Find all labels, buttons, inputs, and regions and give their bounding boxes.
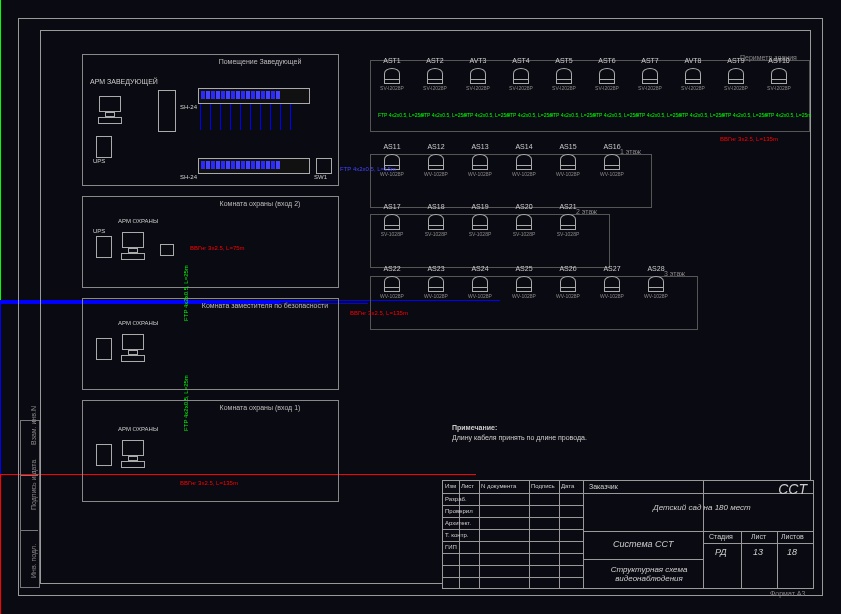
ftp-lbl-AST1: FTP 4x2x0.5, L=25m: [378, 112, 424, 118]
ftp-lbl-AST7: FTP 4x2x0.5, L=25m: [636, 112, 682, 118]
camera-AST2: AST2SV-I2028P: [421, 74, 449, 104]
camera-AS15: AS15WV-1028P: [554, 160, 582, 190]
camera-AS28: AS28WV-1028P: [642, 282, 670, 312]
pc-guard-1: [118, 440, 148, 474]
green-trunk-label2: FTP 4x2x0.5, L=25m: [183, 375, 189, 431]
camera-AS21: AS21SV-1028P: [554, 220, 582, 250]
arm-manager-label: АРМ ЗАВЕДУЮЩЕЙ: [90, 78, 158, 85]
notes-body: Длину кабеля принять по длине провода.: [452, 434, 587, 441]
tb-company: CCT: [778, 481, 807, 497]
format-label: Формат A3: [770, 590, 805, 597]
ups-manager: [96, 136, 112, 158]
camera-AST1: AST1SV-I2028P: [378, 74, 406, 104]
tb-hdr-0: Изм: [445, 483, 456, 489]
pc-guard-2: [118, 232, 148, 266]
camera-AS19: AS19SV-1028P: [466, 220, 494, 250]
camera-AS24: AS24WV-1028P: [466, 282, 494, 312]
ups-g1: [96, 444, 112, 466]
ups-g2-label: UPS: [93, 228, 105, 234]
nvr-1: [198, 88, 310, 104]
tb-page: 13: [753, 547, 763, 557]
tb-pages: 18: [787, 547, 797, 557]
tb-row-0: Разраб.: [445, 496, 467, 502]
pc-deputy: [118, 334, 148, 368]
tb-row-2: Архитект.: [445, 520, 471, 526]
camera-AS20: AS20SV-1028P: [510, 220, 538, 250]
camera-AS18: AS18SV-1028P: [422, 220, 450, 250]
blue-fanout: [200, 104, 310, 130]
sh-label-2: SH-24: [180, 174, 197, 180]
ftp-lbl-AST6: FTP 4x2x0.5, L=25m: [593, 112, 639, 118]
notes-title: Примечание:: [452, 424, 497, 431]
camera-AST5: AST5SV-I2028P: [550, 74, 578, 104]
tb-row-1: Проверил: [445, 508, 473, 514]
camera-AST10: AST10SV-I2028P: [765, 74, 793, 104]
ftp-lbl-AST9: FTP 4x2x0.5, L=25m: [722, 112, 768, 118]
tb-rd: РД: [715, 547, 727, 557]
tb-row-3: Т. контр.: [445, 532, 468, 538]
tb-list: Лист: [751, 533, 766, 540]
tb-system: Система CCT: [613, 539, 674, 549]
tb-hdr-4: Дата: [561, 483, 574, 489]
tb-hdr-1: Лист: [461, 483, 474, 489]
nvr-2: [198, 158, 310, 174]
ftp-lbl-AVT8: FTP 4x2x0.5, L=25m: [679, 112, 725, 118]
ups-dep: [96, 338, 112, 360]
tb-hdr-3: Подпись: [531, 483, 555, 489]
red-bus-lbl: ВВГнг 3x2.5, L=135m: [720, 136, 778, 142]
sh-label-1: SH-24: [180, 104, 197, 110]
tb-row-4: ГИП: [445, 544, 457, 550]
camera-AS12: AS12WV-1028P: [422, 160, 450, 190]
camera-AST7: AST7SV-I2028P: [636, 74, 664, 104]
pc-manager: [95, 96, 125, 130]
green-trunk-label1: FTP 4x2x0.5, L=25m: [183, 265, 189, 321]
title-block: Изм Лист N документа Подпись Дата Разраб…: [442, 480, 814, 589]
ups-g2: [96, 236, 112, 258]
camera-AS17: AS17SV-1028P: [378, 220, 406, 250]
ftp-lbl-AST4: FTP 4x2x0.5, L=25m: [507, 112, 553, 118]
tb-struct: Структурная схема видеонаблюдения: [599, 565, 699, 583]
tb-hdr-2: N документа: [481, 483, 516, 489]
camera-AS26: AS26WV-1028P: [554, 282, 582, 312]
camera-AST6: AST6SV-I2028P: [593, 74, 621, 104]
switch-g2: [160, 244, 174, 256]
tb-listov: Листов: [781, 533, 804, 540]
camera-AS11: AS11WV-1028P: [378, 160, 406, 190]
ftp-lbl-AST10: FTP 4x2x0.5, L=25m: [765, 112, 811, 118]
camera-AS23: AS23WV-1028P: [422, 282, 450, 312]
sw1-label: SW1: [314, 174, 327, 180]
ups-manager-label: UPS: [93, 158, 105, 164]
camera-AS13: AS13WV-1028P: [466, 160, 494, 190]
tb-project: Детский сад на 180 мест: [653, 503, 751, 512]
camera-AST4: AST4SV-I2028P: [507, 74, 535, 104]
arm-g1-label: АРМ ОХРАНЫ: [118, 426, 158, 432]
server-rack: [158, 90, 176, 132]
camera-AVT3: AVT3SV-I2028P: [464, 74, 492, 104]
ftp-lbl-AST5: FTP 4x2x0.5, L=25m: [550, 112, 596, 118]
camera-AST9: AST9SV-I2028P: [722, 74, 750, 104]
ftp-lbl-AST2: FTP 4x2x0.5, L=25m: [421, 112, 467, 118]
room-manager-title: Помещение Заведующей: [200, 58, 320, 65]
camera-AS27: AS27WV-1028P: [598, 282, 626, 312]
arm-g2-label: АРМ ОХРАНЫ: [118, 218, 158, 224]
tb-zakazchik: Заказчик: [589, 483, 618, 490]
camera-AVT8: AVT8SV-I2028P: [679, 74, 707, 104]
room-deputy-title: Комната заместителя по безопасности: [200, 302, 330, 309]
blue-trunk-lbl: FTP 4x2x0.5, L=15m: [340, 166, 396, 172]
red-bus-lbl2: ВВГнг 3x2.5, L=135m: [350, 310, 408, 316]
ftp-lbl-AVT3: FTP 4x2x0.5, L=25m: [464, 112, 510, 118]
sw1: [316, 158, 332, 174]
cable-red-g1: ВВГнг 3x2.5, L=135m: [180, 480, 238, 486]
camera-AS14: AS14WV-1028P: [510, 160, 538, 190]
camera-AS22: AS22WV-1028P: [378, 282, 406, 312]
room-guard-1-title: Комната охраны (вход 1): [200, 404, 320, 411]
camera-AS25: AS25WV-1028P: [510, 282, 538, 312]
cable-red-g2: ВВГнг 3x2.5, L=75m: [190, 245, 245, 251]
arm-dep-label: АРМ ОХРАНЫ: [118, 320, 158, 326]
tb-stadia: Стадия: [709, 533, 733, 540]
camera-AS16: AS16WV-1028P: [598, 160, 626, 190]
room-guard-2-title: Комната охраны (вход 2): [200, 200, 320, 207]
side-box: [20, 420, 40, 588]
